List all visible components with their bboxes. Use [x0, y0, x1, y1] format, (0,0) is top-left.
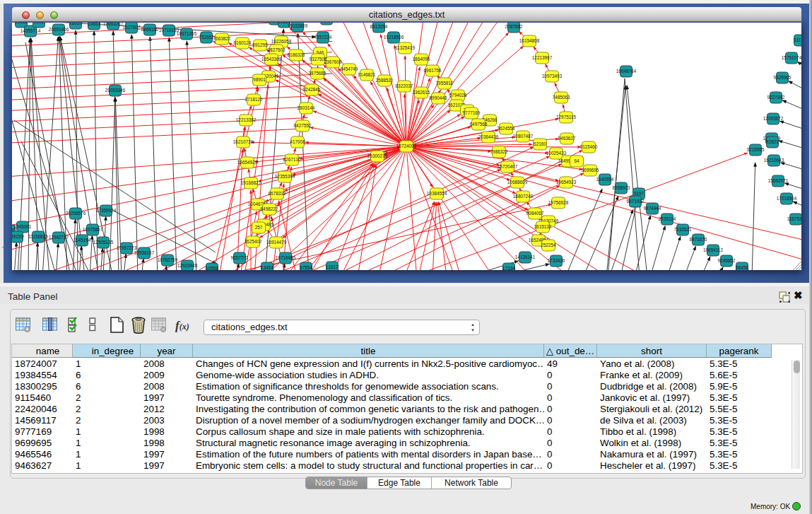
- svg-text:8267130: 8267130: [283, 157, 301, 162]
- svg-text:1615132: 1615132: [534, 224, 552, 229]
- svg-text:97554: 97554: [300, 265, 312, 270]
- svg-text:10653267: 10653267: [103, 23, 124, 26]
- svg-text:8160124: 8160124: [234, 40, 252, 45]
- svg-text:12093572: 12093572: [763, 116, 784, 121]
- svg-text:9115460: 9115460: [580, 144, 598, 149]
- svg-text:417008: 417008: [290, 139, 305, 144]
- svg-text:1640954: 1640954: [596, 177, 614, 182]
- svg-text:1167533: 1167533: [787, 216, 801, 221]
- svg-text:2718120: 2718120: [245, 97, 263, 102]
- svg-text:8498222: 8498222: [261, 206, 278, 211]
- svg-text:11617: 11617: [326, 264, 339, 269]
- svg-text:7663822: 7663822: [213, 36, 231, 41]
- svg-text:8427552: 8427552: [294, 123, 312, 128]
- svg-text:8813054: 8813054: [370, 24, 388, 29]
- svg-text:1145194: 1145194: [73, 238, 91, 243]
- svg-text:19166827: 19166827: [241, 180, 261, 185]
- svg-text:10958: 10958: [206, 266, 218, 270]
- svg-text:10654112: 10654112: [703, 247, 723, 252]
- svg-text:11156829: 11156829: [28, 234, 48, 239]
- svg-text:12213382: 12213382: [236, 117, 257, 122]
- svg-text:1733426: 1733426: [548, 258, 565, 263]
- svg-text:17334: 17334: [502, 266, 515, 270]
- svg-text:10973493: 10973493: [542, 74, 563, 78]
- svg-text:17359924: 17359924: [96, 208, 117, 213]
- svg-text:8454749: 8454749: [341, 66, 358, 71]
- svg-text:18724007: 18724007: [396, 144, 417, 148]
- svg-text:1527607: 1527607: [123, 25, 141, 30]
- svg-text:19384554: 19384554: [427, 191, 447, 196]
- svg-text:8958923: 8958923: [613, 185, 630, 190]
- svg-text:8322037: 8322037: [396, 83, 413, 88]
- svg-text:2367608: 2367608: [324, 59, 342, 64]
- svg-text:9657771: 9657771: [231, 255, 249, 260]
- svg-text:18226058: 18226058: [271, 39, 292, 44]
- svg-text:15720407: 15720407: [498, 164, 518, 169]
- svg-text:16057: 16057: [69, 23, 82, 25]
- svg-text:9227342: 9227342: [767, 95, 785, 100]
- svg-text:10025433: 10025433: [546, 151, 567, 156]
- svg-text:62160: 62160: [534, 141, 546, 146]
- svg-text:9197: 9197: [634, 191, 645, 196]
- svg-text:16210739: 16210739: [233, 139, 254, 144]
- svg-text:14055714: 14055714: [20, 28, 41, 33]
- svg-text:9329965: 9329965: [774, 75, 792, 80]
- svg-text:8471676: 8471676: [690, 237, 707, 242]
- svg-text:19654925: 19654925: [237, 160, 258, 165]
- svg-text:92821: 92821: [766, 139, 779, 144]
- svg-text:64: 64: [574, 158, 579, 163]
- svg-text:3624554: 3624554: [498, 126, 515, 131]
- svg-text:9084067: 9084067: [526, 211, 544, 216]
- svg-text:7955812: 7955812: [436, 81, 454, 86]
- svg-text:11171: 11171: [794, 37, 801, 42]
- svg-text:2803144: 2803144: [298, 105, 315, 110]
- svg-text:20053346: 20053346: [105, 88, 126, 93]
- svg-text:2588520: 2588520: [376, 78, 394, 83]
- svg-text:20206576: 20206576: [66, 211, 86, 216]
- svg-text:2087682: 2087682: [505, 24, 523, 29]
- svg-text:8990448: 8990448: [430, 95, 447, 100]
- svg-text:12355394: 12355394: [275, 174, 295, 179]
- svg-text:20691406: 20691406: [49, 27, 69, 32]
- svg-text:7986322: 7986322: [490, 149, 508, 154]
- svg-text:16154808: 16154808: [519, 38, 540, 43]
- svg-text:15692971: 15692971: [768, 178, 789, 183]
- svg-text:6961758: 6961758: [424, 68, 442, 73]
- svg-text:252254: 252254: [541, 243, 556, 247]
- svg-text:751552: 751552: [199, 35, 214, 40]
- svg-text:9463627: 9463627: [558, 136, 576, 141]
- svg-text:17016504: 17016504: [777, 196, 797, 201]
- svg-text:9146821: 9146821: [358, 72, 376, 77]
- svg-text:7485063: 7485063: [553, 95, 570, 100]
- svg-text:12975115: 12975115: [556, 115, 576, 119]
- svg-text:19756928: 19756928: [548, 200, 569, 205]
- svg-text:7632621: 7632621: [674, 227, 692, 232]
- svg-text:8186328: 8186328: [288, 52, 305, 57]
- svg-text:10653: 10653: [88, 23, 100, 26]
- svg-text:19716485: 19716485: [276, 255, 296, 260]
- svg-text:12505135: 12505135: [93, 240, 114, 245]
- svg-text:11325419: 11325419: [395, 45, 415, 50]
- svg-text:16782759: 16782759: [158, 257, 178, 262]
- svg-text:13454: 13454: [261, 265, 273, 270]
- svg-text:19218506: 19218506: [384, 35, 404, 40]
- svg-text:16033809: 16033809: [288, 23, 308, 28]
- svg-text:9605: 9605: [34, 23, 45, 24]
- svg-text:7625402: 7625402: [245, 239, 262, 244]
- svg-text:6497568: 6497568: [470, 122, 488, 127]
- svg-text:6871932: 6871932: [627, 199, 645, 204]
- svg-text:10807487: 10807487: [513, 134, 534, 139]
- svg-text:18807249: 18807249: [513, 194, 534, 199]
- svg-text:16914479: 16914479: [266, 240, 287, 245]
- svg-text:39159: 39159: [12, 234, 23, 239]
- svg-text:3215955: 3215955: [747, 147, 765, 152]
- svg-text:3875685: 3875685: [309, 71, 326, 76]
- svg-text:10688609: 10688609: [507, 180, 528, 185]
- svg-text:16543362: 16543362: [261, 57, 282, 62]
- svg-text:1545061: 1545061: [14, 224, 32, 229]
- svg-text:10958107: 10958107: [134, 250, 155, 255]
- svg-text:15751074: 15751074: [782, 55, 801, 60]
- svg-text:98901: 98901: [253, 77, 266, 82]
- svg-text:9777169: 9777169: [463, 110, 481, 115]
- svg-text:12942737: 12942737: [49, 235, 69, 240]
